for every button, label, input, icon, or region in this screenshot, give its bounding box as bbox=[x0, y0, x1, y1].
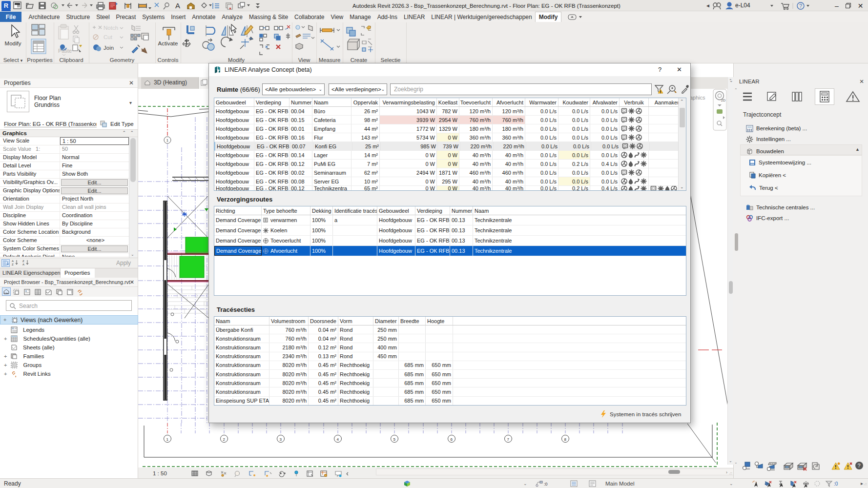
svg-text:?: ? bbox=[799, 3, 802, 9]
svg-text:4: 4 bbox=[337, 437, 339, 442]
svg-text:Z: Z bbox=[22, 260, 24, 263]
svg-text:?: ? bbox=[858, 463, 861, 468]
svg-text:e-L04: e-L04 bbox=[735, 2, 750, 9]
svg-text:Lite: Lite bbox=[4, 292, 8, 295]
svg-text:Notch: Notch bbox=[103, 25, 118, 31]
svg-text:5: 5 bbox=[393, 437, 396, 442]
svg-text:1: 1 bbox=[166, 437, 169, 442]
svg-text:2D: 2D bbox=[721, 99, 725, 102]
svg-text:6: 6 bbox=[451, 437, 453, 442]
svg-text::0: :0 bbox=[834, 481, 838, 487]
svg-text:Paste: Paste bbox=[58, 48, 72, 54]
svg-text:Cut: Cut bbox=[103, 34, 113, 40]
svg-text:3: 3 bbox=[280, 437, 282, 442]
svg-text:Z: Z bbox=[12, 263, 14, 266]
svg-text:7: 7 bbox=[507, 437, 510, 442]
svg-text:1: 1 bbox=[166, 138, 168, 142]
svg-text:8: 8 bbox=[564, 437, 567, 442]
svg-text:Join: Join bbox=[103, 45, 114, 51]
svg-text:A: A bbox=[12, 260, 14, 263]
svg-text:2: 2 bbox=[223, 437, 226, 442]
svg-text:A: A bbox=[175, 1, 180, 10]
svg-text:A: A bbox=[22, 263, 24, 266]
svg-text::0: :0 bbox=[544, 482, 548, 487]
